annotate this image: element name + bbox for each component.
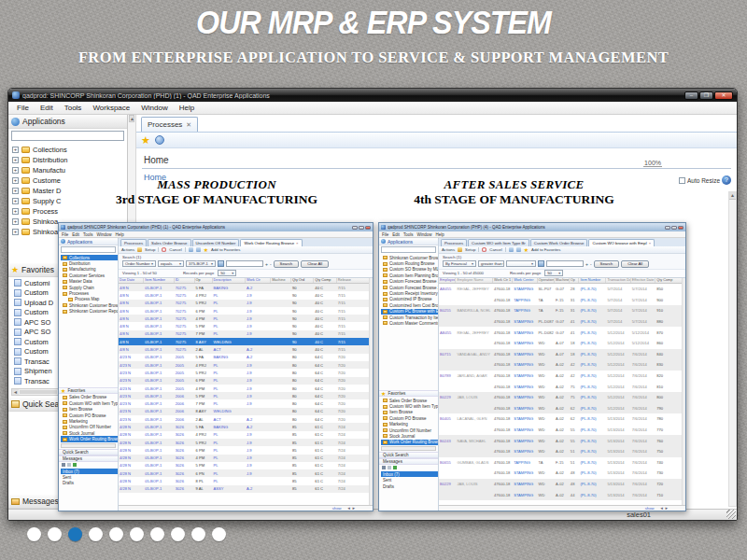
tree-item[interactable]: Custom PC Browse with Empl bbox=[381, 309, 438, 315]
horizontal-scrollbar[interactable] bbox=[381, 446, 436, 451]
window-title-bar[interactable]: qadprod: SHINCORP Shinkoran Corporation … bbox=[8, 89, 737, 102]
favorite-item[interactable]: Work Order Routing Browse bbox=[381, 440, 438, 445]
column-header[interactable]: Employee ID bbox=[439, 278, 456, 284]
filter-field-dropdown[interactable]: Order Number bbox=[122, 260, 156, 267]
calendar-icon[interactable] bbox=[538, 260, 544, 267]
tree-item[interactable]: Customized Item Cost Browse bbox=[381, 302, 438, 308]
table-row[interactable]: 4/28 N05-BOP-130264 PRJPLJ-98561 C7/24 bbox=[119, 431, 373, 439]
messages-header[interactable]: Messages bbox=[379, 458, 438, 465]
tree-item[interactable]: Custom Forecast Browse 1 bbox=[381, 279, 438, 285]
slide-dot[interactable] bbox=[27, 527, 41, 541]
column-header[interactable]: Item Number bbox=[144, 278, 175, 284]
table-row[interactable]: 47600-18STAMPINGWDA-0244(PL-8-70)5/13/20… bbox=[439, 489, 685, 500]
column-header[interactable]: Description bbox=[213, 278, 246, 284]
table-row[interactable]: 4/28 N05-BOP-130265 FABAKINGA-28561 C7/2… bbox=[119, 423, 373, 430]
menu-item[interactable]: Help bbox=[175, 103, 199, 113]
table-row[interactable]: 4/8 N05-BOP-1702755 PMPLJ-99040 C7/15 bbox=[119, 322, 373, 329]
scroll-up-arrow[interactable]: ▲ bbox=[729, 192, 736, 200]
table-row[interactable]: 4/23 N05-BOP-120067 PMPLJ-98064 C7/20 bbox=[119, 399, 373, 407]
cancel-button[interactable]: Cancel bbox=[489, 247, 501, 252]
content-vertical-scrollbar[interactable]: ▲ bbox=[728, 191, 737, 507]
menu-item[interactable]: Window bbox=[97, 232, 112, 237]
table-row[interactable]: 4/23 N05-BOP-120056 PMPLJ-98064 C7/20 bbox=[119, 377, 373, 385]
message-icon[interactable] bbox=[67, 463, 71, 467]
table-row[interactable]: B0229JAB, LOUIS47600-18STAMPINGWDA-0248(… bbox=[439, 479, 685, 490]
expand-icon[interactable]: + bbox=[12, 167, 19, 174]
favorite-item[interactable]: Custom WO with Item Type Bro bbox=[61, 400, 118, 406]
edit-icon[interactable] bbox=[137, 247, 142, 252]
table-row[interactable]: 4/8 N05-BOP-1702755 PRJPLJ-99040 C7/15 bbox=[119, 300, 373, 307]
favorites-header[interactable]: ★ Favorites bbox=[379, 390, 438, 397]
table-row[interactable]: 4/8 N05-BOP-1702757 PMPLJ-99040 C7/15 bbox=[119, 330, 373, 338]
quick-search-header[interactable]: Quick Search bbox=[379, 452, 438, 458]
minimize-button[interactable] bbox=[665, 226, 670, 230]
expand-icon[interactable]: + bbox=[12, 208, 19, 215]
tree-item[interactable]: Custom Transaction by Item bbox=[381, 315, 438, 320]
message-icon[interactable] bbox=[62, 463, 65, 467]
tree-item[interactable]: Custom Receipt Inventory Br bbox=[381, 290, 438, 296]
slide-dot[interactable] bbox=[68, 527, 82, 541]
filter-value-dropdown[interactable] bbox=[506, 260, 536, 267]
cancel-icon[interactable] bbox=[162, 247, 166, 252]
setup-button[interactable]: Setup bbox=[465, 247, 475, 252]
refresh-icon[interactable] bbox=[73, 463, 77, 467]
app-tab[interactable]: Processes bbox=[120, 239, 147, 246]
search-button[interactable]: Search bbox=[274, 260, 300, 268]
app-tab[interactable]: Sales Order Browse bbox=[148, 239, 190, 246]
menu-item[interactable]: File bbox=[12, 103, 34, 113]
calendar-icon[interactable] bbox=[218, 260, 224, 267]
slide-dot[interactable] bbox=[212, 527, 226, 541]
expand-icon[interactable]: + bbox=[12, 147, 19, 153]
message-icon[interactable] bbox=[382, 466, 386, 469]
table-row[interactable]: 47600-18STAMPINGWDA-0718(PL-8-70)5/12/20… bbox=[439, 338, 685, 349]
menu-item[interactable]: Workspace bbox=[88, 103, 134, 113]
tree-item[interactable]: Custom Item Planning Browse bbox=[381, 273, 438, 278]
table-row[interactable]: 47600-18TAPPINGTAF-1531(PL-8-70)5/7/2014… bbox=[439, 295, 685, 306]
table-row[interactable]: B0243NAVA, MICHAEL47600-18STAMPINGWDA-02… bbox=[439, 435, 685, 446]
tree-item[interactable]: Custom Routing Browse bbox=[381, 260, 438, 266]
applications-search-input[interactable] bbox=[61, 246, 116, 253]
app-title-bar[interactable]: qadprod SHINCORP Shinkoran Corporation (… bbox=[59, 223, 373, 231]
expand-icon[interactable]: + bbox=[12, 198, 19, 204]
slide-dot[interactable] bbox=[48, 527, 62, 541]
applications-search-input[interactable] bbox=[381, 246, 436, 253]
menu-item[interactable]: Edit bbox=[72, 232, 79, 237]
maximize-button[interactable] bbox=[671, 226, 677, 230]
favorites-header[interactable]: ★ Favorites bbox=[59, 387, 118, 394]
applications-header[interactable]: Applications bbox=[8, 115, 127, 129]
expand-icon[interactable]: + bbox=[12, 177, 19, 184]
slide-dot[interactable] bbox=[171, 527, 185, 541]
app-tab[interactable]: Unconfirm Off Number bbox=[192, 239, 240, 246]
pager-arrows[interactable]: ◄ ► bbox=[347, 506, 356, 511]
nav-forward-icon[interactable] bbox=[196, 247, 201, 252]
expand-icon[interactable]: + bbox=[12, 188, 19, 194]
expand-icon[interactable]: + bbox=[12, 229, 19, 235]
column-header[interactable]: Operation bbox=[538, 278, 555, 284]
applications-header[interactable]: Applications bbox=[379, 238, 438, 245]
help-icon[interactable]: ? bbox=[722, 175, 731, 185]
slide-dot[interactable] bbox=[191, 527, 205, 541]
remove-criteria-icon[interactable]: - bbox=[590, 261, 592, 267]
refresh-icon[interactable] bbox=[393, 466, 397, 469]
table-vertical-scrollbar[interactable] bbox=[682, 278, 685, 506]
filter-field-dropdown[interactable]: By Financial bbox=[443, 260, 476, 267]
menu-item[interactable]: Tools bbox=[83, 232, 93, 237]
menu-item[interactable]: Edit bbox=[392, 232, 400, 237]
table-row[interactable]: 4/8 N05-BOP-1702754 PRJPLJ-99040 C7/15 bbox=[119, 291, 373, 299]
expand-icon[interactable]: + bbox=[12, 157, 19, 163]
favorite-item[interactable]: Work Order Routing Browse bbox=[61, 436, 118, 441]
table-row[interactable]: B0405LACANAL, GLEN47600-18STAMPINGWDA-02… bbox=[439, 413, 685, 425]
setup-button[interactable]: Setup bbox=[145, 247, 155, 252]
table-row[interactable]: 4/8 N05-BOP-1702758 ASYWELDING9040 C7/15 bbox=[119, 338, 373, 345]
menu-item[interactable]: Window bbox=[417, 232, 432, 237]
table-row[interactable]: 4/8 N05-BOP-1702756 PMPLJ-99040 C7/15 bbox=[119, 307, 373, 315]
tab-close-icon[interactable]: ✕ bbox=[186, 121, 191, 129]
tree-item[interactable]: Shinkoran Customer Browse bbox=[61, 302, 118, 308]
favorite-item[interactable]: Custom WO with Item Type Br bbox=[381, 403, 438, 409]
table-row[interactable]: 47600-18STAMPINGWDA-0251(PL-8-70)5/13/20… bbox=[439, 446, 685, 457]
column-header[interactable]: Work Center bbox=[513, 278, 537, 284]
filter-value-dropdown[interactable]: 375-BOP-1 bbox=[186, 260, 216, 267]
table-row[interactable]: 47600-18STAMPINGPL-D087G-0741(PL-8-70)5/… bbox=[439, 316, 685, 328]
table-row[interactable]: 4/8 N05-BOP-1702754 PMPLJ-99040 C7/15 bbox=[119, 315, 373, 322]
maximize-button[interactable]: ❐ bbox=[699, 91, 713, 100]
